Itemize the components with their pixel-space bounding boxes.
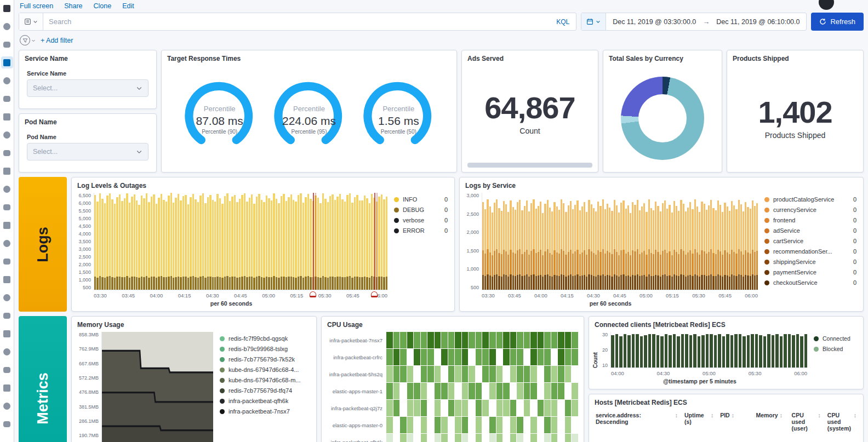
- graph-icon[interactable]: [1, 129, 13, 141]
- date-range-start[interactable]: Dec 11, 2019 @ 03:30:00.0: [606, 18, 703, 26]
- axis-tick: 04:30: [206, 292, 219, 299]
- legend-item[interactable]: verbose0: [394, 217, 448, 223]
- legend-item[interactable]: Connected: [814, 335, 856, 342]
- metrics-icon[interactable]: [1, 165, 13, 177]
- dev-tools-icon[interactable]: [1, 237, 13, 249]
- gauge-percentile-90[interactable]: Percentile 87.08 ms Percentile (90): [178, 77, 261, 157]
- security-icon[interactable]: [1, 400, 13, 412]
- legend-item[interactable]: ERROR0: [394, 227, 448, 234]
- heatmap-cell: [558, 366, 564, 382]
- dashboard-icon[interactable]: [1, 56, 13, 68]
- legend-item[interactable]: adService0: [764, 227, 856, 234]
- date-range-end[interactable]: Dec 11, 2019 @ 06:10:00.0: [710, 18, 806, 26]
- visualize-icon[interactable]: [1, 38, 13, 50]
- hosts-column-header[interactable]: service.address: Descending↕: [596, 412, 678, 432]
- apm-icon[interactable]: [1, 183, 13, 195]
- uptime-icon[interactable]: [1, 201, 13, 213]
- legend-item[interactable]: INFO0: [394, 196, 448, 203]
- saved-query-button[interactable]: [19, 13, 43, 30]
- legend-item[interactable]: infra-packetbeat-7nsx7: [220, 408, 310, 415]
- spaces-icon[interactable]: [1, 382, 13, 394]
- bar: [515, 210, 516, 290]
- siem-icon[interactable]: [1, 219, 13, 231]
- console-icon[interactable]: [1, 255, 13, 267]
- monitoring-icon[interactable]: [1, 309, 13, 322]
- total-sales-donut-chart[interactable]: [621, 77, 704, 160]
- main-menu-icon[interactable]: [1, 2, 13, 14]
- refresh-button[interactable]: Refresh: [811, 13, 864, 31]
- search-profiler-icon[interactable]: [1, 273, 13, 285]
- legend-item[interactable]: cartService0: [764, 238, 856, 244]
- add-filter-link[interactable]: + Add filter: [41, 37, 73, 44]
- panel-title: Hosts [Metricbeat Redis] ECS: [589, 394, 863, 409]
- bar: [119, 194, 121, 290]
- management-icon[interactable]: [1, 328, 13, 340]
- heatmap-cell: [538, 417, 544, 433]
- panel-cpu-usage: CPU Usage infra-packetbeat-7nsx7infra-pa…: [321, 316, 584, 442]
- edit-link[interactable]: Edit: [122, 2, 134, 10]
- hosts-column-header[interactable]: Memory↕: [756, 412, 785, 432]
- service-name-select[interactable]: Select...: [27, 79, 149, 97]
- legend-item[interactable]: kube-dns-67947d6c68-m...: [220, 377, 310, 383]
- legend-item[interactable]: DEBUG0: [394, 206, 448, 213]
- axis-tick: 05:15: [666, 292, 679, 299]
- machine-learning-icon[interactable]: [1, 111, 13, 123]
- legend-item[interactable]: recommendationSer...0: [764, 248, 856, 255]
- legend-item[interactable]: kube-dns-67947d6c68-4...: [220, 366, 310, 373]
- logs-by-service-chart[interactable]: 3,0002,5002,0001,5001,00050003:3003:4504…: [463, 193, 758, 307]
- gauge-percentile-50[interactable]: Percentile 1.56 ms Percentile (50): [357, 77, 440, 157]
- legend-item[interactable]: productCatalogService0: [764, 196, 856, 203]
- panel-scrollbar[interactable]: [467, 163, 592, 168]
- user-avatar[interactable]: [819, 0, 834, 10]
- discover-icon[interactable]: [1, 20, 13, 32]
- grok-debugger-icon[interactable]: [1, 291, 13, 303]
- connected-clients-chart[interactable]: Count30201004:0004:3005:0005:3006:00@tim…: [592, 332, 807, 384]
- legend-item[interactable]: currencyService0: [764, 206, 856, 213]
- settings-icon[interactable]: [1, 418, 13, 430]
- bar-segment: [359, 277, 361, 290]
- share-link[interactable]: Share: [64, 2, 82, 10]
- legend-item[interactable]: infra-packetbeat-qfh6k: [220, 398, 310, 404]
- date-picker-button[interactable]: [581, 13, 606, 30]
- legend-item[interactable]: Blocked: [814, 346, 856, 352]
- full-screen-link[interactable]: Full screen: [20, 2, 53, 10]
- gauge-percentile-95[interactable]: Percentile 224.06 ms Percentile (95): [267, 77, 351, 157]
- search-input[interactable]: [43, 18, 550, 26]
- query-language-toggle[interactable]: KQL: [550, 18, 576, 26]
- bar-segment: [528, 211, 530, 254]
- bar-segment: [563, 275, 564, 290]
- memory-usage-chart[interactable]: 858.3MB762.9MB667.6MB572.2MB476.8MB381.5…: [75, 332, 213, 442]
- saved-objects-icon[interactable]: [1, 364, 13, 376]
- pod-name-select[interactable]: Select...: [27, 143, 149, 160]
- bar-segment: [501, 211, 502, 254]
- panel-memory-usage: Memory Usage 858.3MB762.9MB667.6MB572.2M…: [71, 316, 317, 442]
- heatmap-row-label: infra-packetbeat-7nsx7: [325, 332, 386, 348]
- logs-icon[interactable]: [1, 147, 13, 159]
- bar-segment: [344, 277, 346, 290]
- bar: [126, 193, 128, 290]
- bar-segment: [570, 274, 572, 290]
- bar-segment: [285, 277, 287, 290]
- hosts-column-header[interactable]: Uptime (s)↕: [684, 412, 713, 432]
- legend-item[interactable]: shippingService0: [764, 259, 856, 265]
- hosts-column-header[interactable]: CPU used (user)↕: [792, 412, 821, 432]
- legend-item[interactable]: redis-7cb775679d-tfq74: [220, 387, 310, 394]
- legend-item[interactable]: redis-fc7f99cbd-qgsqk: [220, 335, 310, 342]
- index-patterns-icon[interactable]: [1, 346, 13, 358]
- bar-segment: [101, 277, 103, 290]
- cpu-usage-heatmap[interactable]: infra-packetbeat-7nsx7infra-packetbeat-c…: [325, 332, 578, 442]
- hosts-column-header[interactable]: PID↕: [720, 412, 749, 432]
- log-levels-chart[interactable]: 6,5006,0005,5005,0004,5004,0003,5003,000…: [75, 193, 387, 307]
- legend-item[interactable]: redis-7cb775679d-7k52k: [220, 356, 310, 363]
- legend-item[interactable]: checkoutService0: [764, 279, 856, 286]
- legend-item[interactable]: redis-b79c99968-tslxg: [220, 346, 310, 352]
- maps-icon[interactable]: [1, 93, 13, 105]
- axis-tick: 286.1MB: [79, 418, 99, 424]
- legend-item[interactable]: paymentService0: [764, 269, 856, 275]
- legend-item[interactable]: frontend0: [764, 217, 856, 223]
- canvas-icon[interactable]: [1, 74, 13, 87]
- clone-link[interactable]: Clone: [94, 2, 112, 10]
- filter-menu-button[interactable]: [20, 35, 36, 45]
- hosts-column-header[interactable]: CPU used (system)↕: [827, 412, 856, 432]
- axis-tick: 04:30: [657, 370, 670, 376]
